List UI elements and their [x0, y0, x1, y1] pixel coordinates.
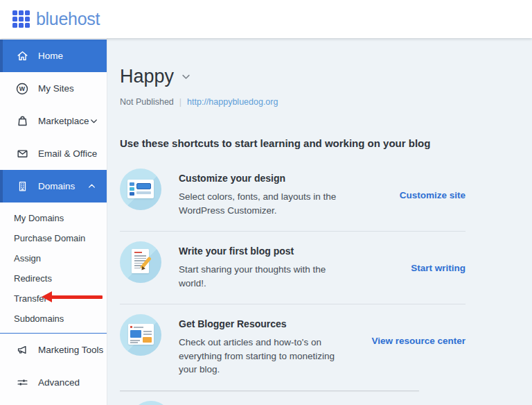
sidebar-item-marketing-tools[interactable]: Marketing Tools — [0, 334, 107, 366]
card-divider — [120, 304, 466, 304]
chevron-down-icon — [181, 71, 191, 82]
card-description: Start sharing your thoughts with the wor… — [179, 263, 326, 290]
customize-site-link[interactable]: Customize site — [400, 169, 466, 200]
card-title: Customize your design — [179, 173, 336, 184]
chevron-down-icon — [89, 117, 98, 126]
sidebar-item-label: Advanced — [38, 377, 80, 388]
submenu-item-redirects[interactable]: Redirects — [0, 268, 107, 288]
megaphone-icon — [15, 343, 29, 357]
card-title: Write your first blog post — [179, 245, 326, 257]
bluehost-logo-text: bluehost — [36, 9, 100, 29]
status-separator: | — [179, 97, 181, 107]
sidebar-item-my-sites[interactable]: W My Sites — [0, 72, 107, 105]
desc-line: WordPress Customizer. — [179, 204, 336, 218]
next-card-illustration-icon — [130, 401, 172, 405]
sidebar-item-label: My Sites — [38, 83, 74, 94]
submenu-label: Assign — [14, 253, 41, 264]
desc-line: your blog. — [179, 363, 335, 377]
blog-post-illustration-icon — [120, 241, 161, 283]
start-writing-link[interactable]: Start writing — [411, 241, 466, 273]
card-blogger-resources: Get Blogger Resources Check out articles… — [120, 314, 466, 377]
site-status-row: Not Published | http://happybluedog.org — [120, 97, 466, 107]
chevron-up-icon — [87, 182, 96, 191]
home-icon — [15, 49, 29, 63]
desc-line: everything from starting to monetizing — [179, 350, 335, 363]
sidebar-item-label: Domains — [38, 181, 75, 191]
publish-status: Not Published — [120, 97, 174, 107]
submenu-label: Purchase Domain — [14, 233, 85, 243]
desc-line: Check out articles and how-to's on — [179, 336, 335, 350]
view-resource-center-link[interactable]: View resource center — [371, 314, 466, 346]
submenu-label: My Domains — [14, 213, 64, 223]
site-title-dropdown[interactable]: Happy — [120, 66, 191, 87]
submenu-item-purchase-domain[interactable]: Purchase Domain — [0, 228, 107, 248]
sidebar-item-label: Email & Office — [38, 148, 97, 159]
submenu-label: Subdomains — [14, 313, 64, 324]
submenu-label: Transfer — [14, 293, 47, 304]
card-divider — [120, 231, 466, 232]
customizer-illustration-icon — [120, 169, 161, 210]
card-text: Customize your design Select colors, fon… — [179, 169, 336, 217]
submenu-item-my-domains[interactable]: My Domains — [0, 208, 107, 228]
domains-submenu: My Domains Purchase Domain Assign Redire… — [0, 203, 107, 329]
main-content: Happy Not Published | http://happybluedo… — [107, 38, 532, 405]
card-customize-design: Customize your design Select colors, fon… — [120, 169, 466, 217]
envelope-icon — [15, 147, 29, 161]
bluehost-grid-icon — [12, 10, 30, 28]
sidebar-item-domains[interactable]: Domains — [0, 170, 107, 203]
sidebar-item-home[interactable]: Home — [0, 40, 107, 72]
site-title: Happy — [120, 66, 174, 87]
top-header: bluehost — [0, 0, 532, 38]
sidebar-item-email-office[interactable]: Email & Office — [0, 137, 107, 170]
site-url-link[interactable]: http://happybluedog.org — [187, 97, 278, 107]
shortcut-cards: Customize your design Select colors, fon… — [120, 169, 466, 405]
shopping-bag-icon — [15, 114, 29, 128]
bluehost-logo[interactable]: bluehost — [12, 9, 100, 29]
sidebar-item-advanced[interactable]: Advanced — [0, 366, 107, 399]
sidebar-item-label: Home — [38, 51, 63, 61]
card-text: Get Blogger Resources Check out articles… — [179, 314, 335, 377]
card-description: Check out articles and how-to's on every… — [179, 336, 335, 377]
wordpress-icon: W — [15, 82, 29, 96]
building-icon — [15, 180, 29, 193]
sidebar: Home W My Sites Marketplace — [0, 38, 107, 405]
card-title: Get Blogger Resources — [179, 318, 335, 329]
submenu-item-subdomains[interactable]: Subdomains — [0, 309, 107, 329]
card-divider — [120, 390, 419, 391]
submenu-item-transfer[interactable]: Transfer — [0, 288, 107, 309]
desc-line: Select colors, fonts, and layouts in the — [179, 190, 336, 204]
desc-line: Start sharing your thoughts with the — [179, 263, 326, 277]
svg-text:W: W — [19, 85, 26, 92]
sidebar-item-label: Marketplace — [38, 116, 89, 126]
sliders-icon — [15, 376, 29, 390]
desc-line: world!. — [179, 277, 326, 291]
card-description: Select colors, fonts, and layouts in the… — [179, 190, 336, 217]
card-first-blog-post: Write your first blog post Start sharing… — [120, 241, 466, 290]
bluehost-dashboard: { "brand": { "logo_text": "bluehost" }, … — [0, 0, 532, 405]
shortcuts-heading: Use these shortcuts to start learning an… — [120, 137, 466, 149]
resources-illustration-icon — [120, 314, 161, 356]
submenu-label: Redirects — [14, 273, 52, 284]
submenu-item-assign[interactable]: Assign — [0, 248, 107, 268]
sidebar-item-marketplace[interactable]: Marketplace — [0, 105, 107, 137]
sidebar-item-label: Marketing Tools — [38, 345, 103, 355]
card-text: Write your first blog post Start sharing… — [179, 241, 326, 290]
